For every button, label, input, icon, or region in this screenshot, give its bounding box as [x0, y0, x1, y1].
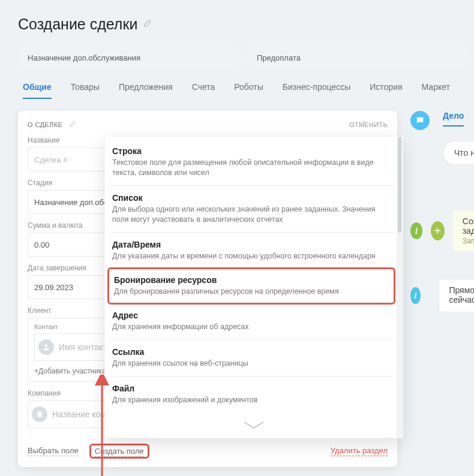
dd-title: Дата/Время: [112, 240, 389, 249]
edit-title-icon[interactable]: [143, 19, 152, 29]
info-green-icon: i: [410, 222, 422, 239]
contact-placeholder: Имя контакта: [59, 342, 111, 352]
timeline-rail: Дело Что нужно сделать i + Создана новая…: [410, 111, 430, 467]
dd-title: Файл: [112, 384, 389, 393]
stage-item[interactable]: Предоплата: [247, 46, 474, 69]
svg-rect-1: [38, 411, 42, 417]
person-icon: [38, 339, 54, 355]
deal-card: О СДЕЛКЕ ОТМЕНИТЬ Название Стадия Сумма …: [18, 111, 397, 467]
cancel-button[interactable]: ОТМЕНИТЬ: [349, 121, 388, 128]
dropdown-scrollbar[interactable]: [397, 137, 403, 438]
dd-item-list[interactable]: Список Для выбора одного или нескольких …: [109, 186, 395, 233]
dd-desc: Для выбора одного или нескольких значени…: [112, 204, 389, 225]
tab-bp[interactable]: Бизнес-процессы: [283, 82, 350, 99]
page-title: Создание сделки: [18, 16, 137, 33]
dd-desc: Для хранения изображений и документов: [112, 395, 389, 405]
stage-bar: Назначение доп.обслуживания Предоплата: [18, 46, 474, 69]
dd-title: Бронирование ресурсов: [114, 275, 389, 285]
create-field-highlight: Создать поле: [89, 444, 149, 459]
timeline-card-sub: Запланирована: [463, 237, 474, 245]
tabs: Общие Товары Предложения Счета Роботы Би…: [18, 82, 474, 99]
tab-market[interactable]: Маркет: [422, 82, 450, 99]
tab-general[interactable]: Общие: [23, 82, 52, 99]
delete-section-link[interactable]: Удалить раздел: [331, 446, 388, 456]
dd-item-link[interactable]: Ссылка Для хранения ссылок на веб-страни…: [109, 340, 395, 376]
timeline-card-title: Создана новая задача: [463, 216, 474, 236]
dd-title: Список: [112, 193, 389, 203]
scrollbar-thumb[interactable]: [398, 137, 401, 233]
tab-offers[interactable]: Предложения: [119, 82, 173, 99]
dd-item-datetime[interactable]: Дата/Время Для указания даты и времени с…: [109, 233, 395, 269]
pencil-icon[interactable]: [70, 120, 76, 129]
svg-rect-3: [40, 412, 41, 413]
dd-desc: Для хранения ссылок на веб-страницы: [112, 358, 389, 369]
choose-field-link[interactable]: Выбрать поле: [28, 446, 79, 456]
timeline-card-title: Прямо сейчас: [449, 285, 474, 305]
dd-desc: Текстовое поле для размещения любой опис…: [112, 158, 389, 178]
dd-item-file[interactable]: Файл Для хранения изображений и документ…: [109, 376, 395, 412]
chevron-down-icon[interactable]: [242, 418, 266, 434]
svg-point-0: [45, 344, 48, 347]
dd-item-string[interactable]: Строка Текстовое поле для размещения люб…: [109, 139, 395, 186]
create-field-link[interactable]: Создать поле: [95, 447, 144, 457]
field-type-dropdown: Строка Текстовое поле для размещения люб…: [104, 136, 403, 438]
dd-desc: Для указания даты и времени с помощью уд…: [112, 251, 389, 261]
svg-rect-2: [38, 412, 39, 413]
dd-item-booking[interactable]: Бронирование ресурсов Для бронирования р…: [107, 267, 395, 305]
tab-history[interactable]: История: [370, 82, 402, 99]
rail-tab-task[interactable]: Дело: [443, 111, 464, 126]
info-blue-icon: i: [410, 287, 421, 304]
timeline-card[interactable]: Прямо сейчас: [439, 279, 474, 312]
dd-title: Адрес: [112, 311, 389, 320]
timeline-card[interactable]: Создана новая задача Запланирована: [453, 210, 474, 251]
card-section-title: О СДЕЛКЕ: [28, 121, 62, 128]
dd-item-address[interactable]: Адрес Для хранения информации об адресах: [109, 303, 395, 340]
tab-products[interactable]: Товары: [71, 82, 100, 99]
add-task-button[interactable]: +: [431, 221, 445, 240]
timeline-placeholder-pill[interactable]: Что нужно сделать: [443, 141, 474, 165]
dd-title: Ссылка: [112, 347, 389, 357]
tab-robots[interactable]: Роботы: [234, 82, 263, 99]
dd-title: Строка: [112, 146, 389, 156]
building-icon: [32, 406, 47, 422]
stage-item[interactable]: Назначение доп.обслуживания: [18, 46, 245, 69]
tab-invoices[interactable]: Счета: [192, 82, 215, 99]
dd-desc: Для бронирования различных ресурсов на о…: [114, 287, 389, 297]
dd-desc: Для хранения информации об адресах: [112, 322, 389, 332]
comment-bubble-icon[interactable]: [410, 111, 430, 130]
